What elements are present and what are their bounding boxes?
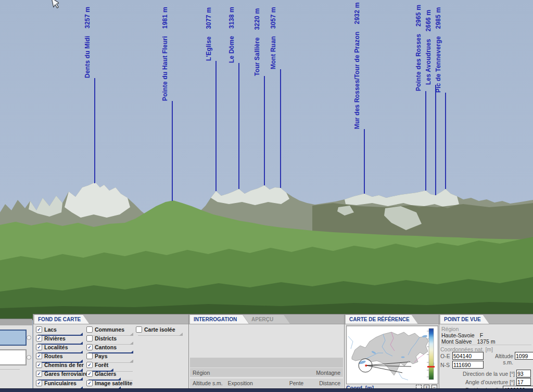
tab-apercu[interactable]: APERÇU xyxy=(243,315,290,324)
tab-carte-de-reference[interactable]: CARTE DE RÉFÉRENCE xyxy=(346,315,418,324)
panel-fond-de-carte: FOND DE CARTE ✓ Lacs ✓ Rivières xyxy=(33,314,189,388)
peak-elevation: 2932 m xyxy=(353,2,361,24)
reference-map[interactable] xyxy=(346,325,438,384)
layer-toggle-row[interactable]: Pays xyxy=(86,353,135,359)
layer-toggle-row[interactable]: Carte isolée xyxy=(136,326,184,332)
checkbox-icon[interactable]: ✓ xyxy=(86,371,93,377)
peak-label: Pic de Tenneverge2985 m xyxy=(435,7,442,93)
layer-label: Pays xyxy=(95,353,108,359)
color-swatch[interactable] xyxy=(0,349,27,365)
angle-input[interactable] xyxy=(516,378,531,386)
checkbox-icon[interactable]: ✓ xyxy=(86,344,93,350)
panel-point-de-vue: POINT DE VUE Région Haute-SavoieF Mont S… xyxy=(439,314,533,388)
peak-label: Pointe des Rosses2965 m xyxy=(415,5,422,91)
checkbox-icon[interactable]: ✓ xyxy=(36,380,42,386)
carte-header: CARTE DE RÉFÉRENCE xyxy=(345,314,439,324)
checkbox-icon[interactable]: ✓ xyxy=(36,353,42,359)
layer-transparency-slider[interactable] xyxy=(138,333,182,336)
peak-label: Les Avoudrues2666 m xyxy=(425,10,432,85)
checkbox-icon[interactable]: ✓ xyxy=(86,380,93,386)
layer-toggle-row[interactable]: ✓ Chemins de fer xyxy=(36,362,84,368)
layer-label: Carte isolée xyxy=(144,326,175,333)
angle-label: Angle d'ouverture [°] xyxy=(440,379,515,385)
layer-toggle-row[interactable]: ✓ Gares ferroviaires xyxy=(36,371,84,377)
peak-label: Mont Ruan3057 m xyxy=(270,7,277,69)
pdv-region-value: Haute-SavoieF xyxy=(441,332,483,338)
checkbox-icon[interactable] xyxy=(86,353,93,359)
checkbox-icon[interactable]: ✓ xyxy=(36,362,42,368)
peak-name: Mur des Rosses/Tour de Prazon xyxy=(353,31,361,129)
layer-label: Glaciers xyxy=(95,371,116,377)
layer-toggle-row[interactable]: ✓ Routes xyxy=(36,353,84,359)
color-swatch-selected[interactable] xyxy=(0,330,27,346)
checkbox-icon[interactable] xyxy=(136,326,142,333)
layer-label: Chemins de fer xyxy=(44,362,84,368)
layer-toggle-row[interactable]: ✓ Image satellite xyxy=(86,380,135,386)
oe-input[interactable] xyxy=(452,352,484,360)
carte-body: Coord. [m] + − xyxy=(345,324,439,389)
altitude-input[interactable] xyxy=(515,352,533,360)
layer-label: Image satellite xyxy=(95,380,132,386)
layer-toggle-row[interactable]: ✓ Funiculaires xyxy=(36,380,84,386)
pente-label: Pente xyxy=(289,380,303,386)
swatch-knob-icon[interactable] xyxy=(27,355,31,360)
layer-toggle-row[interactable]: ✓ Localités xyxy=(36,344,84,350)
exposition-label: Exposition xyxy=(228,380,253,386)
layer-toggle-row[interactable]: ✓ Lacs xyxy=(36,326,84,332)
divider xyxy=(0,369,20,370)
layer-label: Gares ferroviaires xyxy=(44,371,91,377)
layer-label: Localités xyxy=(44,344,68,350)
checkbox-icon[interactable] xyxy=(86,335,93,342)
checkbox-icon[interactable] xyxy=(86,326,93,333)
peak-pointer-line xyxy=(364,129,365,194)
ns-label: N-S xyxy=(440,362,450,368)
swatch-knob-icon[interactable] xyxy=(27,335,31,340)
peak-name: Les Avoudrues xyxy=(425,39,432,85)
layer-toggle-row[interactable]: ✓ Rivières xyxy=(36,335,84,341)
peak-label: Mur des Rosses/Tour de Prazon2932 m xyxy=(353,2,361,129)
viewpoint-marker xyxy=(365,365,367,366)
peak-label: L'Eglise3077 m xyxy=(205,7,212,61)
layer-toggle-row[interactable]: Communes xyxy=(86,326,135,332)
checkbox-icon[interactable]: ✓ xyxy=(86,362,93,368)
layer-label: Routes xyxy=(44,353,63,359)
left-cropped-panel xyxy=(0,319,32,388)
checkbox-icon[interactable]: ✓ xyxy=(36,344,42,350)
layer-toggle-row[interactable]: ✓ Glaciers xyxy=(86,371,135,377)
checkbox-icon[interactable]: ✓ xyxy=(36,335,42,342)
ns-input[interactable] xyxy=(452,361,484,369)
interrogation-header: INTERROGATION APERÇU xyxy=(189,314,344,324)
checkbox-icon[interactable]: ✓ xyxy=(36,326,42,333)
pdv-header: POINT DE VUE xyxy=(439,314,533,324)
tab-interrogation[interactable]: INTERROGATION xyxy=(190,315,249,324)
layer-toggle-row[interactable]: Districts xyxy=(86,335,135,341)
bottom-panel-bar: FOND DE CARTE ✓ Lacs ✓ Rivières xyxy=(0,314,533,392)
tab-fond-de-carte[interactable]: FOND DE CARTE xyxy=(34,315,89,324)
layer-toggle-row[interactable]: ✓ Forêt xyxy=(86,362,135,368)
direction-input[interactable] xyxy=(516,370,531,377)
slider-track xyxy=(138,335,182,336)
window-bottom-edge xyxy=(0,388,533,392)
panel-interrogation: INTERROGATION APERÇU Région Montagne Alt… xyxy=(188,314,344,388)
elevation-marker xyxy=(427,366,435,368)
peak-name: Mont Ruan xyxy=(270,36,277,69)
peak-label: Le Dôme3138 m xyxy=(228,7,235,63)
layer-label: Forêt xyxy=(95,362,108,368)
layer-label: Cantons xyxy=(95,344,117,350)
pdv-region-label: Région xyxy=(441,326,459,332)
peak-name: Pointe des Rosses xyxy=(415,34,422,91)
peak-pointer-line xyxy=(172,101,173,201)
peak-elevation: 2666 m xyxy=(425,10,432,32)
peak-elevation: 3057 m xyxy=(270,7,277,29)
tab-point-de-vue[interactable]: POINT DE VUE xyxy=(440,315,489,324)
fond-header: FOND DE CARTE xyxy=(33,314,189,324)
peak-name: Pointe du Haut Fleuri xyxy=(161,36,169,101)
distance-label: Distance xyxy=(319,380,340,386)
fond-body: ✓ Lacs ✓ Rivières xyxy=(33,324,189,389)
pdv-summit-value: Mont Salève1375 m xyxy=(441,338,495,345)
checkbox-icon[interactable]: ✓ xyxy=(36,371,42,377)
layer-label: Lacs xyxy=(44,326,57,333)
layer-toggle-row[interactable]: ✓ Cantons xyxy=(86,344,135,350)
peak-elevation: 3220 m xyxy=(253,8,261,30)
peak-name: L'Eglise xyxy=(205,36,212,61)
